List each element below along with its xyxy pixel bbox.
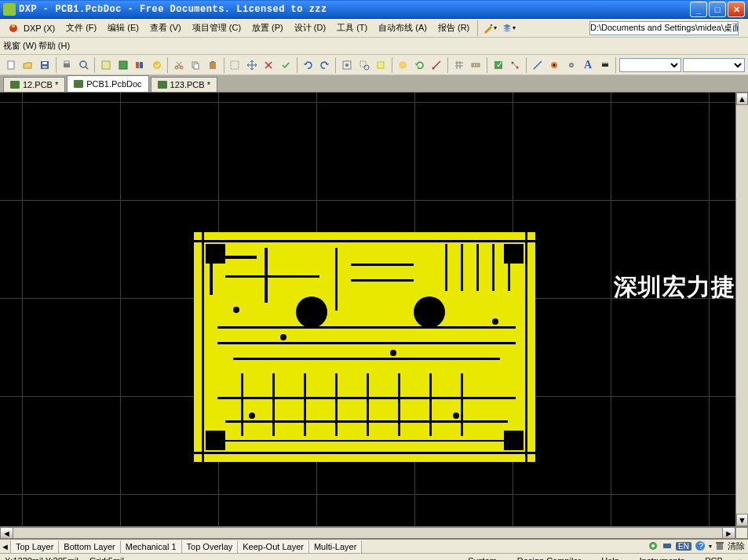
menu-dxp[interactable]: DXP (X) — [3, 21, 60, 35]
panels-arrow-icon[interactable]: » — [739, 556, 743, 561]
path-input[interactable] — [589, 21, 739, 35]
vertical-scrollbar[interactable]: ▲ ▼ — [735, 93, 748, 526]
place-component-button[interactable] — [597, 56, 613, 74]
menu-tools[interactable]: 工具 (T) — [332, 20, 372, 35]
place-text-button[interactable]: A — [580, 56, 596, 74]
menu-edit[interactable]: 编辑 (E) — [103, 20, 144, 35]
path-combo[interactable] — [589, 21, 739, 35]
pcb-button[interactable] — [115, 56, 131, 74]
menu-place[interactable]: 放置 (P) — [247, 20, 288, 35]
doc-tab-0[interactable]: 12.PCB * — [3, 77, 65, 92]
net-button[interactable] — [507, 56, 523, 74]
scroll-up-button[interactable]: ▲ — [736, 93, 748, 105]
zoom-area-button[interactable] — [356, 56, 372, 74]
window-title: DXP - PCB1.PcbDoc - Free Documents. Lice… — [19, 4, 690, 15]
clear-button[interactable] — [278, 56, 294, 74]
copy-button[interactable] — [188, 56, 204, 74]
svg-rect-1 — [12, 24, 15, 27]
toolbar-layers-icon[interactable]: ▾ — [500, 20, 517, 37]
panel-help[interactable]: Help — [597, 556, 624, 561]
schematic-button[interactable] — [98, 56, 114, 74]
minimize-button[interactable]: _ — [690, 2, 707, 17]
clear-label[interactable]: 清除 — [728, 540, 745, 552]
units-button[interactable] — [469, 56, 484, 74]
layers-split-icon[interactable] — [662, 540, 673, 553]
preview-button[interactable] — [76, 56, 92, 74]
help-icon[interactable]: ? — [695, 540, 706, 553]
svg-rect-3 — [8, 61, 14, 69]
redo-button[interactable] — [317, 56, 333, 74]
svg-rect-41 — [602, 64, 608, 67]
watermark-text: 深圳宏力捷 — [614, 271, 735, 304]
dropdown-icon[interactable]: ▾ — [709, 543, 712, 550]
horizontal-scrollbar[interactable]: ◄ ► — [0, 527, 735, 539]
menu-autoroute[interactable]: 自动布线 (A) — [374, 20, 432, 35]
layer-combo-2[interactable] — [683, 58, 745, 72]
menu-separator — [477, 20, 478, 36]
panel-system[interactable]: System — [463, 556, 502, 561]
move-button[interactable] — [244, 56, 260, 74]
print-button[interactable] — [59, 56, 75, 74]
drc-button[interactable]: ✓ — [491, 56, 506, 74]
place-line-button[interactable] — [530, 56, 545, 74]
pcb-file-icon — [74, 80, 83, 88]
crossprobe-button[interactable] — [429, 56, 445, 74]
toolbar-brush-icon[interactable]: ▾ — [481, 20, 498, 37]
menu-help[interactable]: 帮助 (H) — [38, 40, 70, 52]
layer-tab-keepout[interactable]: Keep-Out Layer — [238, 540, 309, 553]
zoom-fit-button[interactable] — [339, 56, 355, 74]
menu-window[interactable]: 视窗 (W) — [3, 40, 37, 52]
scroll-right-button[interactable]: ► — [722, 528, 735, 538]
lang-badge[interactable]: EN — [676, 542, 691, 551]
open-button[interactable] — [20, 56, 36, 74]
zoom-selected-button[interactable] — [373, 56, 389, 74]
layertab-scroll-left[interactable]: ◄ — [0, 540, 11, 553]
layer-tab-bottom[interactable]: Bottom Layer — [59, 540, 120, 553]
close-button[interactable]: ✕ — [728, 2, 745, 17]
svg-point-40 — [571, 64, 572, 66]
cut-button[interactable] — [171, 56, 187, 74]
scroll-thumb[interactable] — [736, 105, 748, 514]
maximize-button[interactable]: □ — [709, 2, 726, 17]
panel-instruments[interactable]: Instruments — [635, 556, 689, 561]
hscroll-track[interactable] — [13, 528, 722, 538]
menu-reports[interactable]: 报告 (R) — [433, 20, 474, 35]
save-button[interactable] — [37, 56, 53, 74]
menu-project[interactable]: 项目管理 (C) — [188, 20, 246, 35]
library-button[interactable] — [132, 56, 148, 74]
menu-view[interactable]: 查看 (V) — [145, 20, 186, 35]
svg-rect-27 — [378, 62, 384, 68]
browse-button[interactable] — [396, 56, 411, 74]
doc-tab-1-label: PCB1.PcbDoc — [86, 79, 141, 89]
layer-tab-mech1[interactable]: Mechanical 1 — [121, 540, 182, 553]
undo-button[interactable] — [300, 56, 316, 74]
place-pad-button[interactable] — [546, 56, 562, 74]
doc-tab-1[interactable]: PCB1.PcbDoc — [67, 75, 148, 92]
layer-combo-1[interactable] — [619, 58, 681, 72]
layer-tab-multi[interactable]: Multi-Layer — [309, 540, 362, 553]
new-button[interactable] — [3, 56, 19, 74]
compile-button[interactable] — [149, 56, 165, 74]
select-rect-button[interactable] — [228, 56, 243, 74]
window-controls: _ □ ✕ — [690, 2, 745, 17]
layer-tab-overlay[interactable]: Top Overlay — [182, 540, 239, 553]
panel-pcb[interactable]: PCB — [700, 556, 728, 561]
layer-tab-top[interactable]: Top Layer — [11, 540, 59, 553]
mask-icon[interactable] — [648, 540, 659, 553]
place-via-button[interactable] — [564, 56, 579, 74]
doc-tab-2[interactable]: 123.PCB * — [151, 77, 217, 92]
grid-button[interactable] — [451, 56, 467, 74]
menu-design[interactable]: 设计 (D) — [290, 20, 330, 35]
status-coords: X:1220mil Y:205mil — [5, 556, 78, 561]
refresh-button[interactable] — [412, 56, 428, 74]
trash-icon[interactable] — [715, 540, 724, 553]
deselect-button[interactable] — [261, 56, 277, 74]
menu-file[interactable]: 文件 (F) — [61, 20, 101, 35]
paste-button[interactable] — [205, 56, 221, 74]
pcb-editor-canvas[interactable]: 深圳宏力捷 — [0, 93, 735, 526]
status-bar: X:1220mil Y:205mil Grid:5mil System Desi… — [0, 553, 748, 560]
panel-design-compiler[interactable]: Design Compiler — [513, 556, 586, 561]
svg-rect-47 — [663, 544, 671, 548]
scroll-down-button[interactable]: ▼ — [736, 514, 748, 526]
scroll-left-button[interactable]: ◄ — [1, 528, 13, 538]
